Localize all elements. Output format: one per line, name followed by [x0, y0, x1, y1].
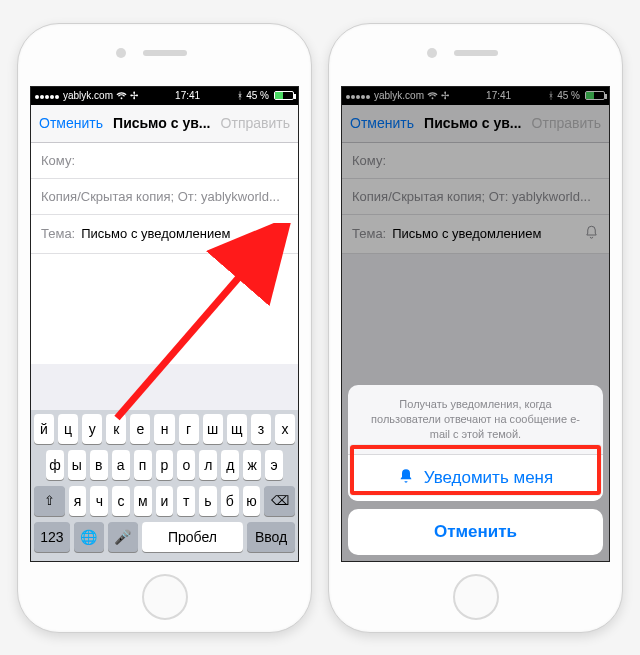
screen-right: yablyk.com ✢ 17:41 ᚼ 45 % Отменить Письм…	[341, 86, 610, 562]
key-м[interactable]: м	[134, 486, 152, 516]
bluetooth-icon: ᚼ	[237, 90, 243, 101]
key-ф[interactable]: ф	[46, 450, 64, 480]
keyboard: йцукенгшщзх фывапролджэ ⇧ ячсмитьбю ⌫ 12…	[31, 410, 298, 561]
loading-icon: ✢	[130, 90, 138, 101]
status-bar: yablyk.com ✢ 17:41 ᚼ 45 %	[31, 87, 298, 105]
status-time: 17:41	[175, 90, 200, 101]
subject-value: Письмо с уведомлением	[81, 226, 260, 241]
notify-me-button[interactable]: Уведомить меня	[348, 454, 603, 501]
cc-bcc-from-text: Копия/Скрытая копия; От: yablykworld...	[41, 189, 288, 204]
wifi-icon	[116, 91, 127, 100]
key-л[interactable]: л	[199, 450, 217, 480]
shift-key[interactable]: ⇧	[34, 486, 65, 516]
keyboard-row-2: фывапролджэ	[34, 450, 295, 480]
key-а[interactable]: а	[112, 450, 130, 480]
battery-percent: 45 %	[246, 90, 269, 101]
message-body[interactable]	[31, 254, 298, 364]
subject-label: Тема:	[41, 226, 75, 241]
home-button[interactable]	[453, 574, 499, 620]
home-button[interactable]	[142, 574, 188, 620]
phone-camera	[427, 48, 437, 58]
phone-camera	[116, 48, 126, 58]
globe-key[interactable]: 🌐	[74, 522, 104, 552]
battery-icon	[274, 91, 294, 100]
phone-speaker	[454, 50, 498, 56]
bell-icon[interactable]	[273, 225, 288, 243]
keyboard-row-4: 123 🌐 🎤 Пробел Ввод	[34, 522, 295, 552]
key-г[interactable]: г	[179, 414, 199, 444]
numbers-key[interactable]: 123	[34, 522, 70, 552]
signal-dots-icon	[35, 90, 60, 101]
key-п[interactable]: п	[134, 450, 152, 480]
to-label: Кому:	[41, 153, 75, 168]
notify-me-label: Уведомить меня	[424, 468, 553, 488]
key-с[interactable]: с	[112, 486, 130, 516]
key-ю[interactable]: ю	[243, 486, 261, 516]
screen-left: yablyk.com ✢ 17:41 ᚼ 45 % Отменить Письм…	[30, 86, 299, 562]
cc-bcc-from-field[interactable]: Копия/Скрытая копия; От: yablykworld...	[31, 179, 298, 215]
carrier-label: yablyk.com	[63, 90, 113, 101]
subject-field[interactable]: Тема: Письмо с уведомлением	[31, 215, 298, 254]
key-ц[interactable]: ц	[58, 414, 78, 444]
action-sheet-group: Получать уведомления, когда пользователи…	[348, 385, 603, 501]
action-sheet-cancel-button[interactable]: Отменить	[348, 509, 603, 555]
key-щ[interactable]: щ	[227, 414, 247, 444]
key-н[interactable]: н	[154, 414, 174, 444]
keyboard-row-1: йцукенгшщзх	[34, 414, 295, 444]
key-б[interactable]: б	[221, 486, 239, 516]
key-ы[interactable]: ы	[68, 450, 86, 480]
text-cursor	[266, 227, 267, 241]
mic-key[interactable]: 🎤	[108, 522, 138, 552]
action-sheet: Получать уведомления, когда пользователи…	[348, 385, 603, 555]
key-ч[interactable]: ч	[90, 486, 108, 516]
key-я[interactable]: я	[69, 486, 87, 516]
key-х[interactable]: х	[275, 414, 295, 444]
enter-key[interactable]: Ввод	[247, 522, 295, 552]
compose-form: Кому: Копия/Скрытая копия; От: yablykwor…	[31, 143, 298, 364]
key-и[interactable]: и	[156, 486, 174, 516]
phone-speaker	[143, 50, 187, 56]
key-у[interactable]: у	[82, 414, 102, 444]
key-д[interactable]: д	[221, 450, 239, 480]
nav-bar: Отменить Письмо с ув... Отправить	[31, 105, 298, 143]
key-ж[interactable]: ж	[243, 450, 261, 480]
key-з[interactable]: з	[251, 414, 271, 444]
space-key[interactable]: Пробел	[142, 522, 244, 552]
iphone-right-mockup: yablyk.com ✢ 17:41 ᚼ 45 % Отменить Письм…	[328, 23, 623, 633]
bell-filled-icon	[398, 468, 414, 488]
key-й[interactable]: й	[34, 414, 54, 444]
key-в[interactable]: в	[90, 450, 108, 480]
key-р[interactable]: р	[156, 450, 174, 480]
key-о[interactable]: о	[177, 450, 195, 480]
key-э[interactable]: э	[265, 450, 283, 480]
backspace-key[interactable]: ⌫	[264, 486, 295, 516]
to-field[interactable]: Кому:	[31, 143, 298, 179]
key-е[interactable]: е	[130, 414, 150, 444]
key-ь[interactable]: ь	[199, 486, 217, 516]
cancel-button[interactable]: Отменить	[39, 115, 103, 131]
key-ш[interactable]: ш	[203, 414, 223, 444]
send-button[interactable]: Отправить	[221, 115, 290, 131]
nav-title: Письмо с ув...	[103, 115, 221, 131]
action-sheet-message: Получать уведомления, когда пользователи…	[348, 385, 603, 454]
key-к[interactable]: к	[106, 414, 126, 444]
keyboard-row-3: ⇧ ячсмитьбю ⌫	[34, 486, 295, 516]
key-т[interactable]: т	[177, 486, 195, 516]
iphone-left-mockup: yablyk.com ✢ 17:41 ᚼ 45 % Отменить Письм…	[17, 23, 312, 633]
